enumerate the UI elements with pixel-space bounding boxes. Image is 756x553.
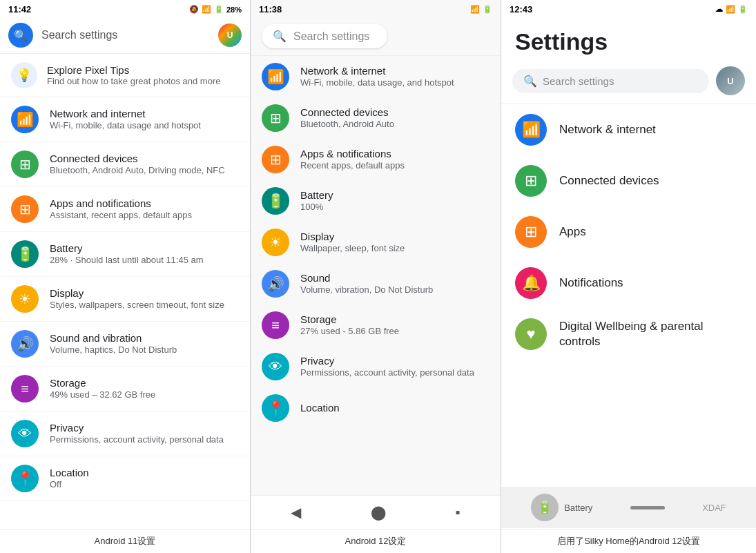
search-icon-circle-1: 🔍 — [8, 23, 33, 48]
item-icon: ⊞ — [11, 195, 39, 223]
list-item[interactable]: 📍LocationOff — [0, 456, 250, 501]
search-bar-2[interactable]: 🔍 Search settings — [251, 17, 501, 56]
item-title: Notifications — [559, 275, 623, 291]
list-item[interactable]: 👁PrivacyPermissions, account activity, p… — [0, 411, 250, 456]
item-title: Display — [300, 230, 405, 244]
item-title: Apps & notifications — [300, 147, 405, 161]
avatar-1[interactable]: U — [218, 23, 242, 47]
list-item[interactable]: 👁PrivacyPermissions, account activity, p… — [251, 346, 501, 387]
cloud-icon-3: ☁ — [715, 5, 723, 14]
item-text: DisplayWallpaper, sleep, font size — [300, 230, 405, 255]
item-title: Connected devices — [300, 106, 394, 119]
battery-icon-3: 🔋 — [738, 5, 748, 14]
item-icon: 📍 — [11, 465, 39, 492]
item-sub: 28% · Should last until about 11:45 am — [50, 255, 204, 266]
caption-1: Android 11设置 — [0, 529, 250, 553]
list-item[interactable]: ⊞Connected devicesBluetooth, Android Aut… — [0, 142, 250, 187]
item-title: Location — [300, 401, 340, 415]
search-bar-1[interactable]: 🔍 Search settings U — [0, 17, 250, 54]
item-icon: 📶 — [11, 106, 39, 133]
time-3: 12:43 — [510, 4, 532, 14]
item-text: DisplayStyles, wallpapers, screen timeou… — [50, 287, 224, 311]
item-icon: 🔔 — [515, 267, 547, 299]
item-title: Battery — [50, 242, 204, 255]
bulb-icon: 💡 — [17, 68, 32, 83]
list-item[interactable]: ♥Digital Wellbeing & parental controls — [501, 309, 756, 360]
list-item[interactable]: ⊞Connected devicesBluetooth, Android Aut… — [251, 97, 501, 139]
nav-back-2[interactable]: ◀ — [280, 501, 312, 523]
item-title: Network & internet — [559, 122, 656, 137]
item-sub: Recent apps, default apps — [300, 160, 405, 172]
list-item[interactable]: 📍Location — [251, 387, 501, 429]
item-text: Notifications — [559, 275, 623, 291]
list-item[interactable]: ⊞Apps and notificationsAssistant, recent… — [0, 187, 250, 232]
search-bar-inner-2[interactable]: 🔍 Search settings — [262, 24, 387, 48]
pixel-tips-row[interactable]: 💡 Explore Pixel Tips Find out how to tak… — [0, 54, 250, 97]
list-item[interactable]: 📶Network and internetWi-Fi, mobile, data… — [0, 97, 250, 142]
item-icon: 👁 — [262, 353, 289, 380]
avatar-3[interactable]: U — [716, 66, 745, 95]
item-title: Network and internet — [50, 107, 201, 121]
list-item[interactable]: ≡Storage49% used – 32.62 GB free — [0, 367, 250, 411]
item-icon: 📶 — [262, 63, 289, 90]
search-placeholder-1: Search settings — [33, 29, 218, 41]
item-sub: 49% used – 32.62 GB free — [50, 389, 155, 401]
search-placeholder-3: Search settings — [537, 75, 698, 87]
list-item[interactable]: ⊞Apps — [501, 206, 756, 258]
pixel-tips-title: Explore Pixel Tips — [47, 64, 221, 76]
list-item[interactable]: ≡Storage27% used - 5.86 GB free — [251, 304, 501, 346]
list-item[interactable]: 📶Network & internet — [501, 104, 756, 155]
item-icon: ☀ — [262, 229, 289, 256]
nav-bar-2: ◀ ⬤ ▪ — [251, 495, 501, 529]
item-icon: 🔋 — [11, 240, 39, 268]
item-text: PrivacyPermissions, account activity, pe… — [300, 354, 474, 379]
caption-2: Android 12设定 — [251, 529, 501, 553]
search-icon-1: 🔍 — [14, 29, 28, 42]
status-bar-3: 12:43 ☁ 📶 🔋 — [501, 0, 756, 17]
search-placeholder-2: Search settings — [287, 30, 376, 43]
panel-android12-silky: 12:43 ☁ 📶 🔋 Settings 🔍 Search settings U… — [501, 0, 756, 553]
item-sub: Wi-Fi, mobile, data usage and hotspot — [50, 120, 201, 132]
item-text: Apps — [559, 224, 586, 240]
item-title: Privacy — [50, 421, 224, 435]
xda-label: XDAF — [702, 503, 726, 513]
item-text: Apps and notificationsAssistant, recent … — [50, 197, 192, 222]
list-item[interactable]: 🔋Battery100% — [251, 180, 501, 222]
item-icon: ☀ — [11, 285, 39, 313]
item-sub: 100% — [300, 202, 333, 213]
item-sub: Volume, vibration, Do Not Disturb — [300, 284, 433, 296]
search-bar-inner-3[interactable]: 🔍 Search settings — [512, 69, 709, 93]
status-icons-1: 🔕 📶 🔋 28% — [189, 5, 242, 14]
battery-icon-2: 🔋 — [483, 5, 492, 14]
item-text: Network and internetWi-Fi, mobile, data … — [50, 107, 201, 132]
list-item[interactable]: ⊞Apps & notificationsRecent apps, defaul… — [251, 139, 501, 180]
item-sub: Wallpaper, sleep, font size — [300, 243, 405, 255]
item-text: Apps & notificationsRecent apps, default… — [300, 147, 405, 172]
list-item[interactable]: ☀DisplayWallpaper, sleep, font size — [251, 222, 501, 263]
overlay-battery-label: Battery — [564, 503, 592, 513]
list-item[interactable]: 🔊Sound and vibrationVolume, haptics, Do … — [0, 322, 250, 367]
item-text: SoundVolume, vibration, Do Not Disturb — [300, 271, 433, 296]
nav-recents-2[interactable]: ▪ — [445, 502, 472, 523]
list-item[interactable]: 🔔Notifications — [501, 258, 756, 309]
list-item[interactable]: 🔋Battery28% · Should last until about 11… — [0, 232, 250, 277]
item-title: Connected devices — [50, 152, 225, 166]
item-sub: Bluetooth, Android Auto — [300, 119, 394, 130]
item-sub: Volume, haptics, Do Not Disturb — [50, 345, 177, 356]
list-item[interactable]: 📶Network & internetWi-Fi, mobile, data u… — [251, 56, 501, 97]
list-item[interactable]: ⊞Connected devices — [501, 155, 756, 206]
item-text: LocationOff — [50, 466, 89, 491]
search-icon-2: 🔍 — [273, 30, 287, 43]
item-sub: Assistant, recent apps, default apps — [50, 210, 192, 222]
mute-icon: 🔕 — [189, 5, 199, 14]
list-item[interactable]: ☀DisplayStyles, wallpapers, screen timeo… — [0, 277, 250, 322]
list-item[interactable]: 🔊SoundVolume, vibration, Do Not Disturb — [251, 263, 501, 304]
nav-home-2[interactable]: ⬤ — [360, 501, 397, 523]
item-title: Digital Wellbeing & parental controls — [559, 319, 742, 349]
item-icon: ⊞ — [515, 216, 547, 248]
status-icons-3: ☁ 📶 🔋 — [715, 5, 748, 14]
search-bar-row-3[interactable]: 🔍 Search settings U — [501, 61, 756, 104]
item-icon: ⊞ — [262, 104, 289, 132]
item-text: Location — [300, 401, 340, 415]
item-text: Network & internetWi-Fi, mobile, data us… — [300, 64, 454, 89]
